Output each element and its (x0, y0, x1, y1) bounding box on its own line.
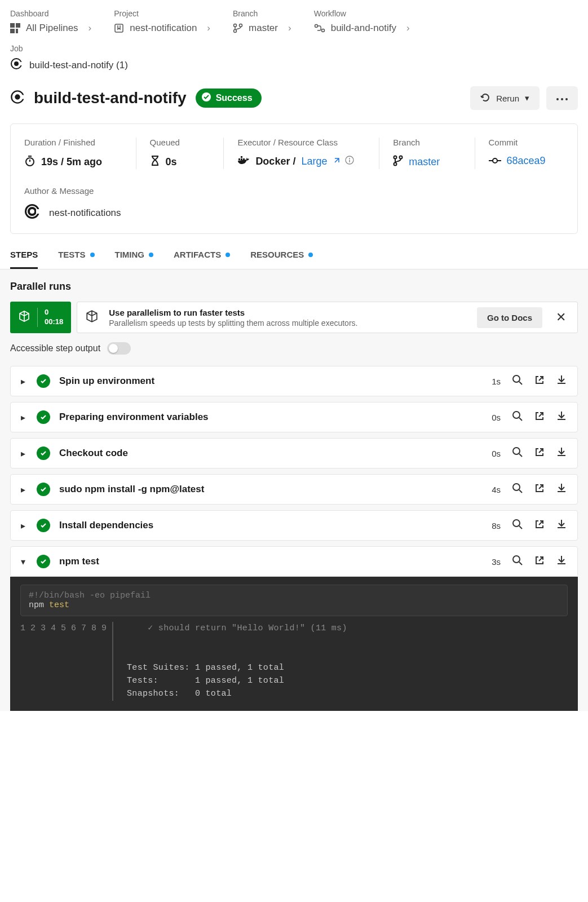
search-icon[interactable] (512, 446, 523, 460)
breadcrumb-workflow[interactable]: build-and-notify › (314, 23, 410, 34)
step-name: Install dependencies (59, 520, 483, 531)
svg-point-41 (513, 556, 520, 563)
search-icon[interactable] (512, 483, 523, 496)
step-row[interactable]: ▾ npm test 3s (11, 547, 577, 576)
breadcrumb-project[interactable]: nest-notification › (114, 23, 210, 34)
parallelism-tip: Use parallelism to run faster tests Para… (77, 302, 578, 333)
indicator-dot-icon (90, 253, 95, 257)
step-duration: 8s (492, 521, 501, 530)
avatar-icon (24, 204, 40, 222)
search-icon[interactable] (512, 410, 523, 424)
commit-link[interactable]: 68acea9 (507, 155, 546, 167)
step-row[interactable]: ▸ sudo npm install -g npm@latest 4s (11, 475, 577, 504)
external-link-icon[interactable] (534, 375, 545, 387)
svg-rect-27 (350, 160, 350, 162)
check-circle-icon (37, 410, 50, 424)
terminal-line-numbers: 1 2 3 4 5 6 7 8 9 (20, 622, 113, 701)
duration-value: 19s / 5m ago (41, 156, 102, 168)
step-card: ▸ Spin up environment 1s (10, 366, 578, 396)
svg-rect-24 (241, 156, 242, 158)
svg-point-9 (321, 29, 324, 32)
accessible-output-label: Accessible step output (10, 343, 100, 353)
steps-list: ▸ Spin up environment 1s ▸ Preparing env… (10, 366, 578, 577)
check-circle-icon (37, 555, 50, 568)
download-icon[interactable] (556, 446, 567, 460)
external-link-icon[interactable] (534, 483, 545, 496)
step-duration: 3s (492, 557, 501, 567)
step-name: Checkout code (59, 448, 483, 459)
chevron-right-icon: › (89, 23, 92, 34)
download-icon[interactable] (556, 410, 567, 424)
step-duration: 4s (492, 485, 501, 494)
svg-point-7 (240, 24, 242, 27)
caret-down-icon: ▾ (525, 93, 529, 103)
job-label: Job (10, 44, 578, 53)
cube-icon (18, 310, 30, 325)
breadcrumb-branch[interactable]: master › (233, 23, 291, 34)
step-duration: 0s (492, 413, 501, 422)
svg-point-29 (394, 163, 397, 166)
breadcrumb-label-project: Project (114, 9, 210, 18)
info-icon[interactable] (345, 156, 354, 167)
tab-timing[interactable]: TIMING (115, 250, 154, 269)
search-icon[interactable] (512, 374, 523, 388)
svg-rect-21 (238, 158, 240, 160)
close-tip-button[interactable]: ✕ (552, 307, 569, 328)
step-row[interactable]: ▸ Install dependencies 8s (11, 511, 577, 540)
svg-rect-12 (20, 62, 23, 65)
external-link-icon (333, 156, 339, 167)
external-link-icon[interactable] (534, 411, 545, 423)
svg-rect-3 (16, 29, 18, 33)
page-title: build-test-and-notify (34, 89, 187, 107)
resource-class-link[interactable]: Large (301, 156, 327, 167)
terminal-output: ✓ should return "Hello World!" (11 ms) T… (113, 622, 347, 701)
accessible-output-toggle[interactable] (107, 342, 131, 355)
rerun-button[interactable]: Rerun ▾ (470, 86, 540, 110)
svg-point-30 (400, 156, 403, 159)
hourglass-icon (150, 155, 160, 169)
check-circle-icon (37, 374, 50, 388)
download-icon[interactable] (556, 519, 567, 532)
step-row[interactable]: ▸ Checkout code 0s (11, 439, 577, 468)
parallel-run-badge[interactable]: 0 00:18 (10, 302, 71, 333)
status-badge: Success (196, 89, 262, 108)
search-icon[interactable] (512, 555, 523, 568)
tab-steps[interactable]: STEPS (10, 250, 38, 269)
tab-artifacts[interactable]: ARTIFACTS (174, 250, 230, 269)
external-link-icon[interactable] (534, 447, 545, 459)
author-value: nest-notifications (49, 207, 121, 219)
download-icon[interactable] (556, 483, 567, 496)
duration-label: Duration / Finished (24, 138, 122, 147)
step-row[interactable]: ▸ Spin up environment 1s (11, 366, 577, 396)
breadcrumb-dashboard[interactable]: All Pipelines › (10, 23, 91, 34)
step-card: ▸ Checkout code 0s (10, 438, 578, 468)
external-link-icon[interactable] (534, 519, 545, 532)
step-name: npm test (59, 556, 483, 567)
docker-icon (237, 155, 250, 168)
svg-point-14 (15, 94, 20, 99)
close-icon: ✕ (556, 310, 566, 324)
breadcrumb-label-dashboard: Dashboard (10, 9, 91, 18)
step-card: ▸ sudo npm install -g npm@latest 4s (10, 474, 578, 505)
tab-tests[interactable]: TESTS (58, 250, 94, 269)
step-output-terminal: #!/bin/bash -eo pipefail npm test 1 2 3 … (10, 577, 578, 711)
cube-icon (85, 309, 99, 325)
job-status-icon (10, 90, 25, 107)
download-icon[interactable] (556, 374, 567, 388)
branch-link[interactable]: master (409, 156, 440, 168)
download-icon[interactable] (556, 555, 567, 568)
step-row[interactable]: ▸ Preparing environment variables 0s (11, 403, 577, 432)
go-to-docs-button[interactable]: Go to Docs (477, 307, 542, 328)
queued-label: Queued (150, 138, 210, 147)
svg-rect-1 (16, 23, 20, 28)
check-circle-icon (37, 483, 50, 496)
queued-value: 0s (166, 156, 177, 168)
external-link-icon[interactable] (534, 555, 545, 568)
tab-resources[interactable]: RESOURCES (250, 250, 313, 269)
step-card: ▾ npm test 3s (10, 546, 578, 577)
svg-rect-35 (36, 209, 40, 214)
search-icon[interactable] (512, 519, 523, 532)
svg-point-19 (565, 98, 568, 100)
more-button[interactable] (546, 86, 578, 110)
svg-point-38 (513, 448, 520, 454)
